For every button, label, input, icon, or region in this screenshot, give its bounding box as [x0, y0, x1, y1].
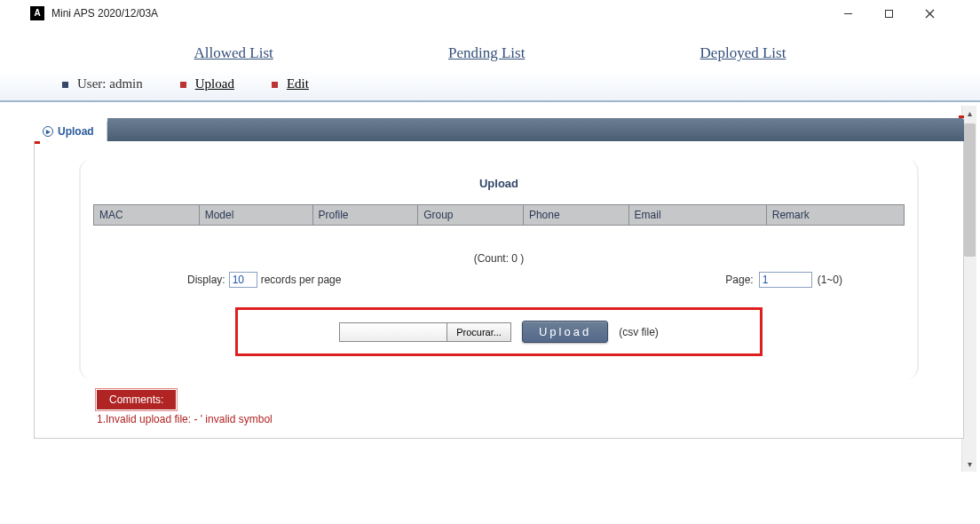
csv-hint: (csv file) [619, 326, 659, 338]
sub-nav: User: admin Upload Edit [0, 76, 980, 91]
upload-panel: ▸ Upload Upload MAC Model Profile Group … [34, 118, 964, 439]
tab-pending-list[interactable]: Pending List [448, 44, 525, 62]
file-chooser[interactable]: Procurar... [339, 322, 511, 342]
upload-table: MAC Model Profile Group Phone Email Rema… [93, 204, 905, 226]
window-titlebar: A Mini APS 2020/12/03A [0, 0, 980, 27]
panel-tab-label: Upload [58, 125, 94, 138]
user-label: User: admin [62, 76, 143, 91]
scroll-up-icon[interactable]: ▴ [962, 106, 977, 121]
window-minimize-button[interactable] [827, 0, 868, 27]
page-range: (1~0) [818, 274, 842, 286]
window-title: Mini APS 2020/12/03A [51, 7, 158, 20]
nav-edit[interactable]: Edit [287, 76, 309, 91]
col-email: Email [628, 205, 766, 226]
comments-heading: Comments: [97, 390, 176, 409]
col-mac: MAC [94, 205, 200, 226]
app-logo: A [30, 6, 44, 20]
tab-allowed-list[interactable]: Allowed List [194, 44, 273, 62]
col-remark: Remark [766, 205, 904, 226]
col-group: Group [418, 205, 524, 226]
upload-box: Procurar... Upload (csv file) [235, 307, 763, 356]
tab-deployed-list[interactable]: Deployed List [700, 44, 786, 62]
col-phone: Phone [523, 205, 628, 226]
page-input[interactable] [759, 272, 812, 288]
display-label: Display: [187, 274, 225, 286]
records-label: records per page [261, 274, 342, 286]
col-model: Model [199, 205, 312, 226]
svg-rect-1 [885, 10, 892, 17]
browse-button[interactable]: Procurar... [447, 323, 510, 341]
panel-tab-upload[interactable]: ▸ Upload [34, 122, 107, 141]
window-maximize-button[interactable] [868, 0, 909, 27]
scroll-thumb[interactable] [964, 123, 976, 257]
top-nav: Allowed List Pending List Deployed List [0, 27, 980, 71]
scroll-down-icon[interactable]: ▾ [962, 457, 977, 472]
count-label: (Count: 0 ) [93, 252, 905, 265]
page-label: Page: [725, 274, 753, 286]
section-title: Upload [93, 177, 905, 190]
comment-line-1: 1.Invalid upload file: - ' invalid symbo… [97, 413, 945, 425]
nav-upload[interactable]: Upload [195, 76, 234, 91]
window-close-button[interactable] [909, 0, 950, 27]
display-input[interactable] [229, 272, 257, 288]
expand-icon: ▸ [43, 126, 53, 137]
upload-button[interactable]: Upload [522, 321, 608, 343]
file-path-input[interactable] [340, 323, 447, 341]
col-profile: Profile [312, 205, 418, 226]
